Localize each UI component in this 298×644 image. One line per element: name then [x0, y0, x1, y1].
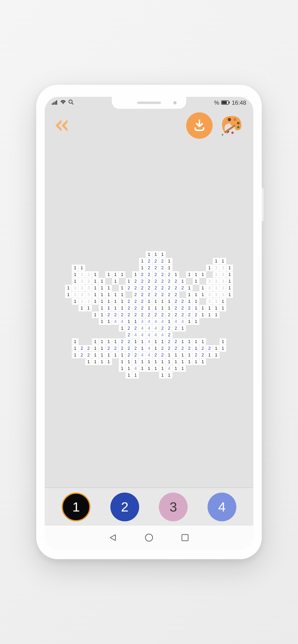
pixel-cell[interactable]	[220, 372, 226, 378]
pixel-cell[interactable]	[193, 258, 199, 264]
pixel-cell[interactable]: 3	[213, 291, 220, 298]
pixel-cell[interactable]	[72, 372, 78, 378]
pixel-cell[interactable]: 1	[112, 298, 119, 305]
pixel-cell[interactable]: 1	[92, 345, 99, 352]
pixel-cell[interactable]: 3	[206, 298, 213, 305]
pixel-cell[interactable]: 3	[220, 264, 226, 271]
color-swatch-1[interactable]: 1	[62, 492, 90, 521]
pixel-cell[interactable]	[226, 365, 233, 372]
pixel-cell[interactable]: 2	[173, 298, 179, 305]
pixel-cell[interactable]	[226, 251, 233, 258]
pixel-cell[interactable]: 1	[186, 284, 193, 291]
pixel-cell[interactable]	[226, 258, 233, 264]
pixel-cell[interactable]: 2	[132, 284, 139, 291]
pixel-cell[interactable]: 3	[220, 291, 226, 298]
pixel-cell[interactable]	[92, 305, 99, 312]
pixel-cell[interactable]	[220, 312, 226, 318]
pixel-cell[interactable]	[78, 332, 85, 338]
palette-button[interactable]	[217, 111, 246, 140]
pixel-cell[interactable]: 1	[199, 305, 206, 312]
pixel-cell[interactable]: 3	[85, 278, 92, 284]
pixel-cell[interactable]	[125, 291, 132, 298]
pixel-canvas-area[interactable]: 1111222111111222113311331111122222111133…	[45, 142, 253, 487]
pixel-cell[interactable]: 2	[85, 352, 92, 358]
pixel-cell[interactable]	[186, 251, 193, 258]
pixel-cell[interactable]: 1	[119, 325, 125, 332]
pixel-cell[interactable]: 1	[146, 298, 152, 305]
pixel-cell[interactable]: 1	[199, 358, 206, 365]
pixel-cell[interactable]: 1	[105, 338, 112, 345]
pixel-cell[interactable]	[105, 325, 112, 332]
pixel-cell[interactable]: 2	[173, 278, 179, 284]
pixel-cell[interactable]: 1	[199, 284, 206, 291]
pixel-cell[interactable]: 4	[166, 365, 173, 372]
pixel-cell[interactable]: 1	[166, 298, 173, 305]
pixel-cell[interactable]	[72, 258, 78, 264]
pixel-cell[interactable]: 1	[226, 271, 233, 278]
pixel-cell[interactable]	[125, 271, 132, 278]
pixel-cell[interactable]: 3	[78, 284, 85, 291]
pixel-cell[interactable]	[105, 278, 112, 284]
pixel-cell[interactable]: 3	[213, 264, 220, 271]
pixel-cell[interactable]	[173, 332, 179, 338]
pixel-cell[interactable]: 2	[186, 305, 193, 312]
pixel-cell[interactable]	[206, 258, 213, 264]
pixel-cell[interactable]	[99, 258, 105, 264]
pixel-cell[interactable]: 1	[193, 338, 199, 345]
pixel-cell[interactable]	[199, 278, 206, 284]
nav-home-button[interactable]	[143, 532, 155, 544]
pixel-cell[interactable]: 2	[139, 271, 146, 278]
pixel-cell[interactable]	[65, 278, 72, 284]
pixel-cell[interactable]: 1	[166, 258, 173, 264]
pixel-cell[interactable]: 2	[159, 258, 166, 264]
pixel-cell[interactable]: 1	[179, 358, 186, 365]
pixel-cell[interactable]: 2	[152, 352, 159, 358]
pixel-cell[interactable]: 1	[85, 305, 92, 312]
pixel-cell[interactable]: 4	[112, 318, 119, 325]
pixel-cell[interactable]: 1	[173, 358, 179, 365]
pixel-cell[interactable]	[166, 251, 173, 258]
pixel-cell[interactable]: 1	[206, 352, 213, 358]
pixel-cell[interactable]	[226, 372, 233, 378]
pixel-cell[interactable]: 1	[159, 298, 166, 305]
pixel-cell[interactable]: 4	[139, 325, 146, 332]
download-button[interactable]	[186, 112, 213, 139]
pixel-cell[interactable]: 3	[213, 284, 220, 291]
pixel-cell[interactable]: 4	[146, 332, 152, 338]
pixel-cell[interactable]: 1	[99, 298, 105, 305]
pixel-cell[interactable]	[112, 372, 119, 378]
pixel-cell[interactable]: 1	[119, 305, 125, 312]
pixel-cell[interactable]: 2	[139, 312, 146, 318]
pixel-cell[interactable]: 4	[146, 352, 152, 358]
pixel-cell[interactable]: 1	[220, 305, 226, 312]
pixel-cell[interactable]	[65, 372, 72, 378]
pixel-cell[interactable]: 2	[139, 278, 146, 284]
pixel-cell[interactable]: 3	[78, 271, 85, 278]
pixel-cell[interactable]: 4	[132, 332, 139, 338]
pixel-cell[interactable]: 1	[193, 278, 199, 284]
pixel-cell[interactable]: 2	[159, 264, 166, 271]
pixel-cell[interactable]: 1	[199, 291, 206, 298]
pixel-cell[interactable]	[193, 332, 199, 338]
pixel-cell[interactable]: 3	[85, 271, 92, 278]
pixel-cell[interactable]: 2	[119, 338, 125, 345]
pixel-cell[interactable]: 1	[72, 278, 78, 284]
pixel-cell[interactable]: 2	[166, 291, 173, 298]
pixel-cell[interactable]	[220, 251, 226, 258]
pixel-cell[interactable]	[65, 332, 72, 338]
pixel-cell[interactable]: 2	[132, 345, 139, 352]
pixel-cell[interactable]: 2	[173, 291, 179, 298]
pixel-cell[interactable]: 1	[226, 278, 233, 284]
pixel-cell[interactable]: 2	[152, 258, 159, 264]
pixel-cell[interactable]	[78, 338, 85, 345]
pixel-cell[interactable]: 2	[146, 258, 152, 264]
pixel-cell[interactable]	[226, 305, 233, 312]
pixel-cell[interactable]	[72, 318, 78, 325]
pixel-cell[interactable]	[213, 332, 220, 338]
pixel-cell[interactable]: 4	[146, 345, 152, 352]
pixel-cell[interactable]: 1	[159, 305, 166, 312]
pixel-cell[interactable]	[186, 332, 193, 338]
pixel-cell[interactable]: 1	[213, 258, 220, 264]
pixel-cell[interactable]: 2	[105, 312, 112, 318]
pixel-cell[interactable]: 1	[213, 352, 220, 358]
